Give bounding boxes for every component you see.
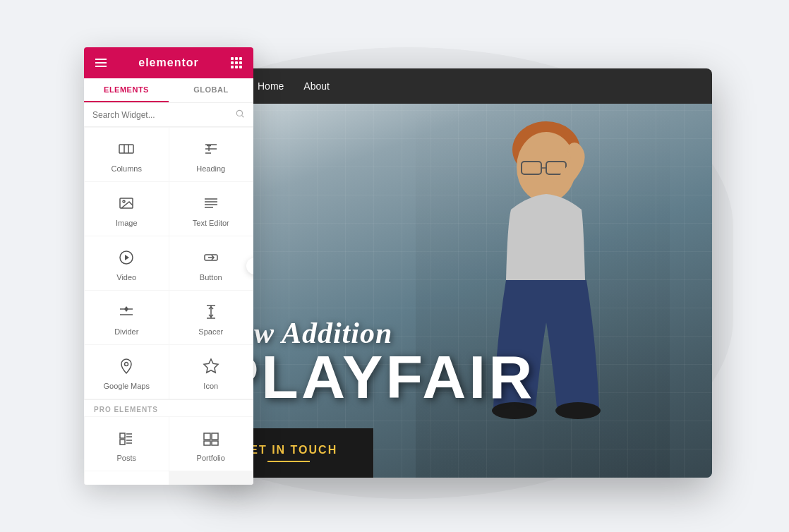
widget-heading-label: Heading <box>196 164 225 173</box>
divider-icon <box>116 302 136 322</box>
pro-widgets-grid: Posts Portfolio <box>84 416 253 485</box>
video-icon <box>116 248 136 267</box>
spacer-icon <box>201 302 221 322</box>
tab-elements[interactable]: ELEMENTS <box>84 78 169 102</box>
svg-rect-31 <box>120 433 125 438</box>
svg-marker-24 <box>124 306 128 312</box>
main-scene: Home About <box>42 26 747 506</box>
widget-spacer-label: Spacer <box>198 327 223 336</box>
svg-point-7 <box>236 110 242 116</box>
nav-about-link[interactable]: About <box>303 80 330 92</box>
widget-text-editor[interactable]: Text Editor <box>169 182 253 236</box>
widget-icon-label: Icon <box>203 382 218 390</box>
svg-point-14 <box>123 200 125 202</box>
text-editor-icon <box>201 193 221 213</box>
svg-rect-37 <box>204 433 210 440</box>
widget-heading[interactable]: T Heading <box>169 128 253 181</box>
widget-image[interactable]: Image <box>85 182 169 236</box>
widget-google-maps-label: Google Maps <box>104 382 150 390</box>
svg-rect-38 <box>212 433 218 440</box>
widget-form[interactable]: Form <box>85 471 169 485</box>
svg-text:T: T <box>207 145 211 152</box>
cta-label: GET IN TOUCH <box>240 444 337 457</box>
widget-text-editor-label: Text Editor <box>193 219 229 227</box>
widget-portfolio-label: Portfolio <box>197 454 225 462</box>
widget-columns-label: Columns <box>112 164 142 173</box>
google-maps-icon <box>116 356 136 376</box>
elementor-logo: elementor <box>138 56 198 69</box>
svg-marker-30 <box>204 359 218 373</box>
pro-elements-header: PRO ELEMENTS <box>84 399 253 416</box>
widget-posts[interactable]: Posts <box>85 417 169 471</box>
columns-icon <box>116 139 136 159</box>
nav-links: Home About <box>258 80 330 92</box>
svg-rect-40 <box>212 441 218 445</box>
widget-video-label: Video <box>116 273 136 282</box>
website-nav: Home About <box>204 68 712 104</box>
portfolio-icon <box>201 428 221 448</box>
image-icon <box>116 193 136 213</box>
widget-spacer[interactable]: Spacer <box>169 291 253 344</box>
widget-icon[interactable]: Icon <box>169 345 253 399</box>
svg-rect-34 <box>120 440 125 445</box>
hero-main-title: PLAYFAIR <box>218 346 712 407</box>
hero-person <box>416 104 670 478</box>
widget-button-label: Button <box>200 273 222 282</box>
apps-grid-icon[interactable] <box>231 57 242 68</box>
widget-divider[interactable]: Divider <box>85 291 169 344</box>
sidebar-hamburger-icon[interactable] <box>95 59 107 67</box>
posts-icon <box>116 428 136 448</box>
hero-text: New Addition PLAYFAIR <box>218 316 712 407</box>
form-icon <box>116 483 136 485</box>
widget-google-maps[interactable]: Google Maps <box>85 345 169 399</box>
search-icon <box>235 109 245 121</box>
widgets-grid: Columns T Heading <box>84 127 253 399</box>
widget-image-label: Image <box>116 219 138 227</box>
sidebar-header: elementor <box>84 47 253 78</box>
widget-divider-label: Divider <box>114 327 138 336</box>
sidebar-search-bar <box>84 103 253 127</box>
svg-point-29 <box>125 363 128 366</box>
svg-line-8 <box>242 116 244 118</box>
cta-underline <box>267 461 310 462</box>
hero-section: New Addition PLAYFAIR GET IN TOUCH <box>204 104 712 478</box>
widget-portfolio[interactable]: Portfolio <box>169 417 253 471</box>
search-input[interactable] <box>92 110 229 120</box>
widget-columns[interactable]: Columns <box>85 128 169 181</box>
heading-icon: T <box>201 139 221 159</box>
svg-marker-20 <box>125 255 129 260</box>
widget-posts-label: Posts <box>116 454 136 462</box>
svg-rect-39 <box>204 441 210 445</box>
tab-global[interactable]: GLOBAL <box>169 78 253 102</box>
button-icon <box>201 248 221 267</box>
widget-button[interactable]: Button <box>169 236 253 290</box>
widget-video[interactable]: Video <box>85 236 169 290</box>
svg-rect-9 <box>119 145 133 153</box>
icon-widget-icon <box>201 356 221 376</box>
elementor-sidebar: elementor ELEMENTS GLOBAL <box>84 47 253 485</box>
nav-home-link[interactable]: Home <box>258 80 284 92</box>
website-preview: Home About <box>204 68 712 478</box>
sidebar-tabs: ELEMENTS GLOBAL <box>84 78 253 103</box>
person-svg <box>437 111 649 471</box>
